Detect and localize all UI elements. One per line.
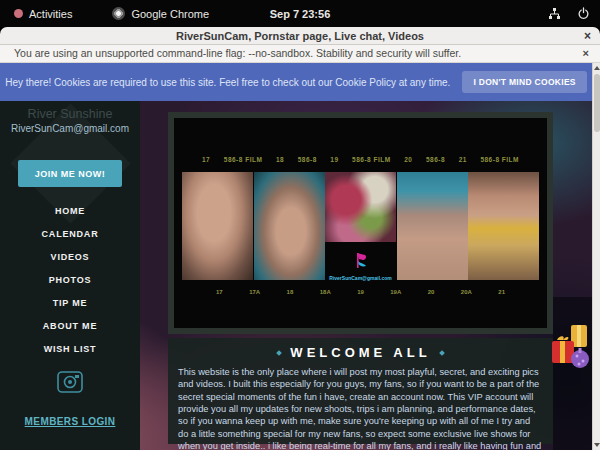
film-label: 586-8 FILM — [224, 156, 263, 163]
welcome-text: This website is the only place where i w… — [178, 366, 543, 450]
film-frame-number: 20A — [461, 289, 472, 295]
photo-thumbnails: RiverSunCam@gmail.com — [174, 163, 547, 281]
photo-thumbnail-3[interactable] — [325, 172, 396, 242]
infobar-close-icon[interactable]: × — [583, 45, 589, 62]
join-me-now-button[interactable]: JOIN ME NOW! — [18, 160, 122, 187]
photo-thumbnail-5[interactable] — [468, 172, 539, 280]
diamond-icon — [277, 350, 283, 356]
scroll-up-icon[interactable] — [593, 63, 600, 73]
film-frame-number: 21 — [498, 289, 505, 295]
chrome-infobar: You are using an unsupported command-lin… — [0, 45, 600, 63]
photo-thumbnail-2[interactable] — [254, 172, 325, 280]
sidebar-item-about-me[interactable]: ABOUT ME — [0, 314, 140, 337]
film-frame-number: 17A — [249, 289, 260, 295]
members-login-link[interactable]: MEMBERS LOGIN — [0, 416, 140, 427]
photo-thumbnail-1[interactable] — [182, 172, 253, 280]
cookie-message: Hey there! Cookies are required to use t… — [5, 77, 450, 88]
film-label: 18 — [276, 156, 284, 163]
sidebar-item-calendar[interactable]: CALENDAR — [0, 222, 140, 245]
film-label: 17 — [202, 156, 210, 163]
scroll-down-icon[interactable] — [593, 440, 600, 450]
network-icon[interactable] — [548, 7, 561, 20]
window-title: RiverSunCam, Pornstar page, Live chat, V… — [176, 30, 424, 42]
film-label: 21 — [459, 156, 467, 163]
film-frame-number: 19A — [390, 289, 401, 295]
diamond-icon — [439, 350, 445, 356]
infobar-message: You are using an unsupported command-lin… — [14, 47, 461, 59]
logo-caption: RiverSunCam@gmail.com — [329, 275, 391, 281]
scrollbar[interactable] — [592, 63, 600, 450]
film-label: 586-8 FILM — [480, 156, 519, 163]
site-logo[interactable]: RiverSunCam@gmail.com — [329, 252, 391, 281]
film-strip: 17 586-8 FILM 18 586-8 19 586-8 FILM 20 … — [168, 112, 553, 334]
clock[interactable]: Sep 7 23:56 — [0, 8, 600, 20]
window-title-bar: RiverSunCam, Pornstar page, Live chat, V… — [0, 27, 600, 45]
page-background: River Sunshine RiverSunCam@gmail.com JOI… — [0, 101, 592, 450]
cookie-accept-button[interactable]: I DON'T MIND COOKIES — [462, 71, 586, 93]
welcome-section: WELCOME ALL This website is the only pla… — [168, 338, 553, 444]
film-label: 20 — [404, 156, 412, 163]
gifts-image — [549, 323, 591, 379]
film-frame-number: 20 — [428, 289, 435, 295]
scrollbar-thumb[interactable] — [594, 74, 600, 132]
sidebar-menu: HOME CALENDAR VIDEOS PHOTOS TIP ME ABOUT… — [0, 199, 140, 360]
film-label: 586-8 FILM — [352, 156, 391, 163]
film-frame-number: 18A — [320, 289, 331, 295]
film-strip-top-edge: 17 586-8 FILM 18 586-8 19 586-8 FILM 20 … — [174, 118, 547, 163]
cookie-consent-bar: Hey there! Cookies are required to use t… — [0, 63, 592, 101]
sidebar-item-home[interactable]: HOME — [0, 199, 140, 222]
camera-icon[interactable] — [56, 368, 84, 398]
sidebar-item-tip-me[interactable]: TIP ME — [0, 291, 140, 314]
system-top-bar: Activities Google Chrome Sep 7 23:56 — [0, 0, 600, 27]
window-close-icon[interactable]: × — [584, 27, 591, 45]
sidebar: River Sunshine RiverSunCam@gmail.com JOI… — [0, 101, 140, 450]
sidebar-item-wish-list[interactable]: WISH LIST — [0, 337, 140, 360]
welcome-title: WELCOME ALL — [290, 345, 430, 360]
photo-thumbnail-4[interactable] — [397, 172, 468, 280]
film-strip-bottom-edge: 17 17A 18 18A 19 19A 20 20A 21 — [174, 281, 547, 295]
film-frame-number: 18 — [287, 289, 294, 295]
film-label: 586-8 — [426, 156, 445, 163]
film-label: 586-8 — [298, 156, 317, 163]
film-label: 19 — [330, 156, 338, 163]
profile-email: RiverSunCam@gmail.com — [0, 123, 140, 134]
film-frame-number: 19 — [357, 289, 364, 295]
power-icon[interactable] — [577, 7, 590, 20]
sidebar-item-photos[interactable]: PHOTOS — [0, 268, 140, 291]
film-frame-number: 17 — [216, 289, 223, 295]
profile-name: River Sunshine — [0, 107, 140, 121]
sidebar-item-videos[interactable]: VIDEOS — [0, 245, 140, 268]
